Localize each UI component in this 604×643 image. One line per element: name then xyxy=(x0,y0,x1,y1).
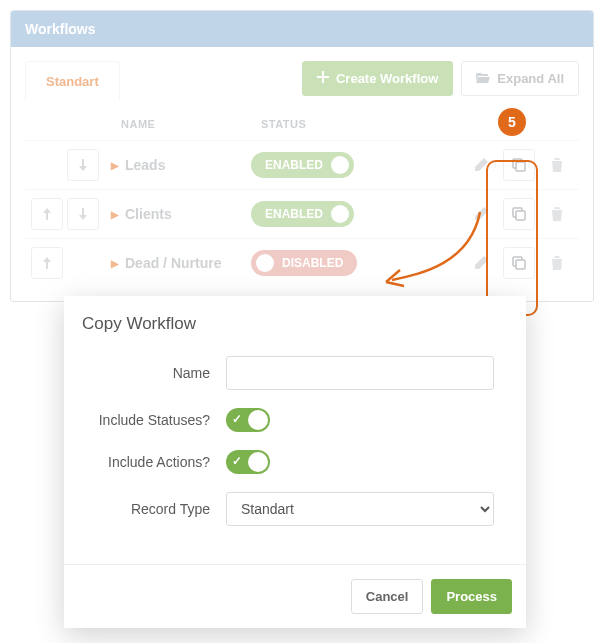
trash-icon xyxy=(551,207,563,221)
trash-icon xyxy=(551,158,563,172)
caret-right-icon[interactable]: ▶ xyxy=(111,160,119,171)
check-icon: ✓ xyxy=(232,412,242,426)
label-include-actions: Include Actions? xyxy=(96,454,226,470)
svg-rect-5 xyxy=(516,260,525,269)
caret-right-icon[interactable]: ▶ xyxy=(111,258,119,269)
arrow-down-icon xyxy=(78,208,88,220)
trash-icon xyxy=(551,256,563,270)
delete-button[interactable] xyxy=(541,247,573,279)
svg-rect-1 xyxy=(516,162,525,171)
edit-button[interactable] xyxy=(465,247,497,279)
row-name: Leads xyxy=(125,157,165,173)
name-field[interactable] xyxy=(226,356,494,390)
check-icon: ✓ xyxy=(232,454,242,468)
status-toggle[interactable]: DISABLED xyxy=(251,250,357,276)
copy-button[interactable] xyxy=(503,247,535,279)
table-row: ▶ Clients ENABLED xyxy=(25,190,579,239)
svg-rect-3 xyxy=(516,211,525,220)
pencil-icon xyxy=(474,158,488,172)
label-record-type: Record Type xyxy=(96,501,226,517)
pencil-icon xyxy=(474,207,488,221)
row-name: Clients xyxy=(125,206,172,222)
include-statuses-toggle[interactable]: ✓ xyxy=(226,408,270,432)
arrow-up-icon xyxy=(42,208,52,220)
arrow-down-icon xyxy=(78,159,88,171)
move-up-button[interactable] xyxy=(31,198,63,230)
copy-icon xyxy=(512,256,526,270)
status-toggle[interactable]: ENABLED xyxy=(251,201,354,227)
column-status: STATUS xyxy=(261,118,381,130)
cancel-button[interactable]: Cancel xyxy=(351,579,424,614)
workflows-panel: Workflows Standart Create Workflow Expan… xyxy=(10,10,594,302)
copy-button[interactable] xyxy=(503,149,535,181)
include-actions-toggle[interactable]: ✓ xyxy=(226,450,270,474)
table-row: ▶ Leads ENABLED xyxy=(25,141,579,190)
status-toggle[interactable]: ENABLED xyxy=(251,152,354,178)
copy-workflow-modal: Copy Workflow Name Include Statuses? ✓ I… xyxy=(64,296,526,628)
row-name: Dead / Nurture xyxy=(125,255,221,271)
panel-title: Workflows xyxy=(11,11,593,47)
arrow-up-icon xyxy=(42,257,52,269)
process-button[interactable]: Process xyxy=(431,579,512,614)
callout-step-badge: 5 xyxy=(498,108,526,136)
label-include-statuses: Include Statuses? xyxy=(96,412,226,428)
move-down-button[interactable] xyxy=(67,149,99,181)
expand-all-button[interactable]: Expand All xyxy=(461,61,579,96)
record-type-select[interactable]: Standart xyxy=(226,492,494,526)
table-row: ▶ Dead / Nurture DISABLED xyxy=(25,239,579,287)
edit-button[interactable] xyxy=(465,198,497,230)
create-workflow-button[interactable]: Create Workflow xyxy=(302,61,453,96)
pencil-icon xyxy=(474,256,488,270)
copy-icon xyxy=(512,207,526,221)
column-name: NAME xyxy=(121,118,261,130)
delete-button[interactable] xyxy=(541,198,573,230)
plus-icon xyxy=(317,71,329,86)
move-down-button[interactable] xyxy=(67,198,99,230)
edit-button[interactable] xyxy=(465,149,497,181)
modal-title: Copy Workflow xyxy=(64,296,526,356)
move-up-button[interactable] xyxy=(31,247,63,279)
table-header: NAME STATUS xyxy=(25,108,579,141)
delete-button[interactable] xyxy=(541,149,573,181)
copy-icon xyxy=(512,158,526,172)
label-name: Name xyxy=(96,365,226,381)
folder-open-icon xyxy=(476,71,490,86)
copy-button[interactable] xyxy=(503,198,535,230)
tab-standart[interactable]: Standart xyxy=(25,61,120,101)
caret-right-icon[interactable]: ▶ xyxy=(111,209,119,220)
